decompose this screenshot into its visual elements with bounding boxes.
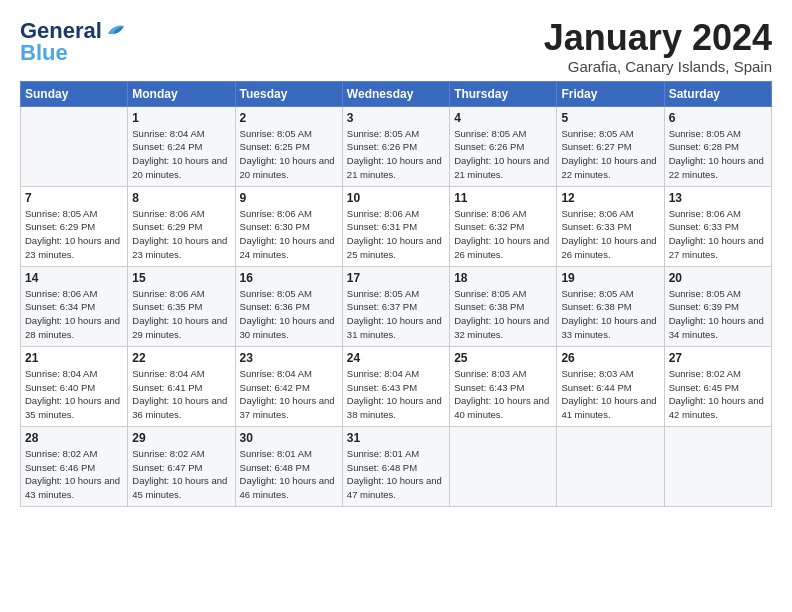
cell-info: Sunrise: 8:05 AMSunset: 6:38 PMDaylight:… (561, 288, 656, 340)
day-number: 25 (454, 351, 552, 365)
cell-info: Sunrise: 8:05 AMSunset: 6:39 PMDaylight:… (669, 288, 764, 340)
day-number: 22 (132, 351, 230, 365)
cell-w3-d0: 21Sunrise: 8:04 AMSunset: 6:40 PMDayligh… (21, 346, 128, 426)
day-number: 4 (454, 111, 552, 125)
day-number: 30 (240, 431, 338, 445)
col-monday: Monday (128, 81, 235, 106)
cell-info: Sunrise: 8:03 AMSunset: 6:43 PMDaylight:… (454, 368, 549, 420)
cell-info: Sunrise: 8:06 AMSunset: 6:34 PMDaylight:… (25, 288, 120, 340)
cell-w0-d5: 5Sunrise: 8:05 AMSunset: 6:27 PMDaylight… (557, 106, 664, 186)
day-number: 19 (561, 271, 659, 285)
cell-info: Sunrise: 8:05 AMSunset: 6:28 PMDaylight:… (669, 128, 764, 180)
calendar-table: Sunday Monday Tuesday Wednesday Thursday… (20, 81, 772, 507)
cell-w2-d4: 18Sunrise: 8:05 AMSunset: 6:38 PMDayligh… (450, 266, 557, 346)
cell-info: Sunrise: 8:03 AMSunset: 6:44 PMDaylight:… (561, 368, 656, 420)
cell-w1-d1: 8Sunrise: 8:06 AMSunset: 6:29 PMDaylight… (128, 186, 235, 266)
cell-w1-d6: 13Sunrise: 8:06 AMSunset: 6:33 PMDayligh… (664, 186, 771, 266)
day-number: 23 (240, 351, 338, 365)
cell-info: Sunrise: 8:06 AMSunset: 6:32 PMDaylight:… (454, 208, 549, 260)
day-number: 29 (132, 431, 230, 445)
day-number: 17 (347, 271, 445, 285)
cell-info: Sunrise: 8:04 AMSunset: 6:43 PMDaylight:… (347, 368, 442, 420)
col-wednesday: Wednesday (342, 81, 449, 106)
cell-info: Sunrise: 8:05 AMSunset: 6:37 PMDaylight:… (347, 288, 442, 340)
col-saturday: Saturday (664, 81, 771, 106)
col-friday: Friday (557, 81, 664, 106)
cell-info: Sunrise: 8:06 AMSunset: 6:33 PMDaylight:… (561, 208, 656, 260)
day-number: 2 (240, 111, 338, 125)
cell-w3-d4: 25Sunrise: 8:03 AMSunset: 6:43 PMDayligh… (450, 346, 557, 426)
cell-w4-d3: 31Sunrise: 8:01 AMSunset: 6:48 PMDayligh… (342, 426, 449, 506)
cell-w4-d1: 29Sunrise: 8:02 AMSunset: 6:47 PMDayligh… (128, 426, 235, 506)
day-number: 31 (347, 431, 445, 445)
cell-info: Sunrise: 8:05 AMSunset: 6:36 PMDaylight:… (240, 288, 335, 340)
cell-w4-d2: 30Sunrise: 8:01 AMSunset: 6:48 PMDayligh… (235, 426, 342, 506)
day-number: 20 (669, 271, 767, 285)
cell-info: Sunrise: 8:06 AMSunset: 6:31 PMDaylight:… (347, 208, 442, 260)
cell-w3-d2: 23Sunrise: 8:04 AMSunset: 6:42 PMDayligh… (235, 346, 342, 426)
col-tuesday: Tuesday (235, 81, 342, 106)
day-number: 28 (25, 431, 123, 445)
cell-info: Sunrise: 8:06 AMSunset: 6:30 PMDaylight:… (240, 208, 335, 260)
logo: General Blue (20, 18, 126, 66)
day-number: 16 (240, 271, 338, 285)
day-number: 6 (669, 111, 767, 125)
day-number: 5 (561, 111, 659, 125)
week-row-3: 21Sunrise: 8:04 AMSunset: 6:40 PMDayligh… (21, 346, 772, 426)
cell-w0-d3: 3Sunrise: 8:05 AMSunset: 6:26 PMDaylight… (342, 106, 449, 186)
cell-info: Sunrise: 8:02 AMSunset: 6:45 PMDaylight:… (669, 368, 764, 420)
cell-info: Sunrise: 8:06 AMSunset: 6:29 PMDaylight:… (132, 208, 227, 260)
day-number: 18 (454, 271, 552, 285)
logo-bird-icon (104, 20, 126, 42)
cell-w0-d1: 1Sunrise: 8:04 AMSunset: 6:24 PMDaylight… (128, 106, 235, 186)
day-number: 9 (240, 191, 338, 205)
day-number: 8 (132, 191, 230, 205)
day-number: 27 (669, 351, 767, 365)
month-title: January 2024 (544, 18, 772, 58)
day-number: 13 (669, 191, 767, 205)
day-number: 12 (561, 191, 659, 205)
cell-info: Sunrise: 8:05 AMSunset: 6:27 PMDaylight:… (561, 128, 656, 180)
day-number: 1 (132, 111, 230, 125)
title-block: January 2024 Garafia, Canary Islands, Sp… (544, 18, 772, 75)
cell-w1-d2: 9Sunrise: 8:06 AMSunset: 6:30 PMDaylight… (235, 186, 342, 266)
col-thursday: Thursday (450, 81, 557, 106)
cell-info: Sunrise: 8:01 AMSunset: 6:48 PMDaylight:… (347, 448, 442, 500)
cell-w4-d4 (450, 426, 557, 506)
cell-info: Sunrise: 8:02 AMSunset: 6:47 PMDaylight:… (132, 448, 227, 500)
page: General Blue January 2024 Garafia, Canar… (0, 0, 792, 517)
cell-w0-d2: 2Sunrise: 8:05 AMSunset: 6:25 PMDaylight… (235, 106, 342, 186)
cell-w1-d4: 11Sunrise: 8:06 AMSunset: 6:32 PMDayligh… (450, 186, 557, 266)
cell-info: Sunrise: 8:04 AMSunset: 6:41 PMDaylight:… (132, 368, 227, 420)
cell-info: Sunrise: 8:05 AMSunset: 6:29 PMDaylight:… (25, 208, 120, 260)
cell-w2-d5: 19Sunrise: 8:05 AMSunset: 6:38 PMDayligh… (557, 266, 664, 346)
cell-info: Sunrise: 8:05 AMSunset: 6:38 PMDaylight:… (454, 288, 549, 340)
cell-info: Sunrise: 8:05 AMSunset: 6:26 PMDaylight:… (454, 128, 549, 180)
cell-w2-d3: 17Sunrise: 8:05 AMSunset: 6:37 PMDayligh… (342, 266, 449, 346)
cell-w4-d6 (664, 426, 771, 506)
cell-info: Sunrise: 8:05 AMSunset: 6:25 PMDaylight:… (240, 128, 335, 180)
day-number: 3 (347, 111, 445, 125)
day-number: 14 (25, 271, 123, 285)
cell-info: Sunrise: 8:06 AMSunset: 6:33 PMDaylight:… (669, 208, 764, 260)
cell-info: Sunrise: 8:02 AMSunset: 6:46 PMDaylight:… (25, 448, 120, 500)
cell-w3-d3: 24Sunrise: 8:04 AMSunset: 6:43 PMDayligh… (342, 346, 449, 426)
cell-w4-d5 (557, 426, 664, 506)
day-number: 15 (132, 271, 230, 285)
cell-w1-d0: 7Sunrise: 8:05 AMSunset: 6:29 PMDaylight… (21, 186, 128, 266)
day-number: 10 (347, 191, 445, 205)
logo-blue: Blue (20, 40, 68, 66)
cell-w2-d0: 14Sunrise: 8:06 AMSunset: 6:34 PMDayligh… (21, 266, 128, 346)
cell-w3-d1: 22Sunrise: 8:04 AMSunset: 6:41 PMDayligh… (128, 346, 235, 426)
cell-w1-d3: 10Sunrise: 8:06 AMSunset: 6:31 PMDayligh… (342, 186, 449, 266)
cell-w0-d4: 4Sunrise: 8:05 AMSunset: 6:26 PMDaylight… (450, 106, 557, 186)
cell-info: Sunrise: 8:06 AMSunset: 6:35 PMDaylight:… (132, 288, 227, 340)
cell-info: Sunrise: 8:01 AMSunset: 6:48 PMDaylight:… (240, 448, 335, 500)
cell-info: Sunrise: 8:04 AMSunset: 6:40 PMDaylight:… (25, 368, 120, 420)
col-sunday: Sunday (21, 81, 128, 106)
cell-w2-d6: 20Sunrise: 8:05 AMSunset: 6:39 PMDayligh… (664, 266, 771, 346)
week-row-0: 1Sunrise: 8:04 AMSunset: 6:24 PMDaylight… (21, 106, 772, 186)
header-row: Sunday Monday Tuesday Wednesday Thursday… (21, 81, 772, 106)
cell-w3-d5: 26Sunrise: 8:03 AMSunset: 6:44 PMDayligh… (557, 346, 664, 426)
cell-w0-d6: 6Sunrise: 8:05 AMSunset: 6:28 PMDaylight… (664, 106, 771, 186)
